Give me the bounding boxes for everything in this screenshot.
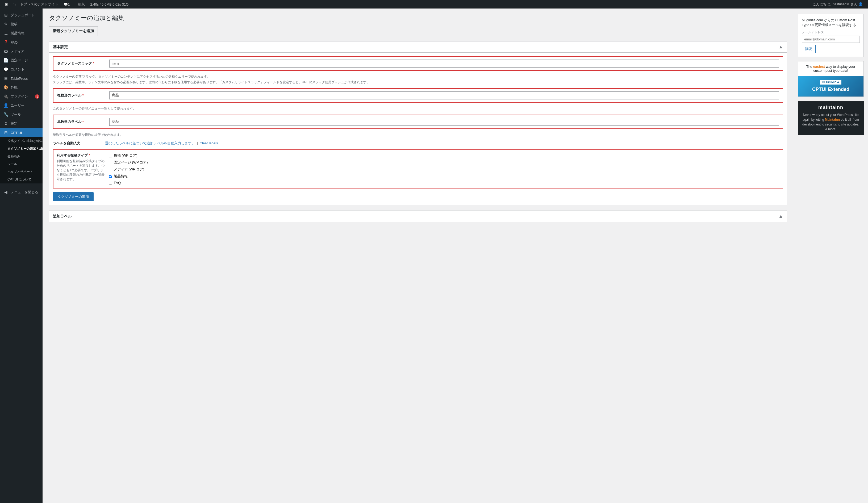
close-menu-icon: ◀ xyxy=(3,190,9,195)
tools-icon: 🔧 xyxy=(3,112,9,117)
additional-labels-box: 追加ラベル ▲ xyxy=(49,211,787,222)
checkbox-attachment-input[interactable] xyxy=(109,168,112,171)
tab-wrapper: 新規タクソノミーを追加 xyxy=(49,26,787,36)
submenu-help[interactable]: ヘルプとサポート xyxy=(0,168,43,176)
sidebar-item-users[interactable]: 👤 ユーザー xyxy=(0,101,43,110)
maintainn-logo: maintainn xyxy=(802,105,860,110)
sidebar-item-cptui[interactable]: ⊟ CPT UI xyxy=(0,128,43,137)
ad-easiest: easiest xyxy=(813,65,825,69)
email-input[interactable] xyxy=(802,35,860,43)
sidebar-item-appearance[interactable]: 🎨 外観 xyxy=(0,83,43,92)
post-types-section: 利用する投稿タイプ * 利用可能な登録済み投稿タイプのためのサポートを追加します… xyxy=(53,149,783,188)
clear-labels-link[interactable]: Clear labels xyxy=(200,141,218,145)
sidebar-item-plugins[interactable]: 🔌 プラグイン 1 xyxy=(0,92,43,101)
checkbox-page-input[interactable] xyxy=(109,161,112,164)
appearance-icon: 🎨 xyxy=(3,85,9,90)
plural-section: 複数形のラベル * xyxy=(53,88,783,103)
basic-settings-header: 基本設定 ▲ xyxy=(49,41,787,53)
checkbox-faq[interactable]: FAQ xyxy=(109,181,148,185)
sidebar-item-tablepress[interactable]: ⊞ TablePress xyxy=(0,74,43,83)
cptui-submenu: 投稿タイプの追加と編集 タクソノミーの追加と編集 登録済み ツール ヘルプとサポ… xyxy=(0,137,43,184)
admin-menu: ⊞ ダッシュボード ✎ 投稿 ☰ 製品情報 ❓ FAQ 🖼 メディア 📄 固定ペ… xyxy=(0,9,43,503)
basic-settings-content: タクソノミースラッグ * タクソノミーの名前/スラッグ。タクソノミーのコンテンツ… xyxy=(49,53,787,205)
checkbox-attachment[interactable]: メディア (WP コア) xyxy=(109,167,148,172)
cptui-extended-ad: The easiest way to display your custom p… xyxy=(798,61,864,97)
adminbar-new[interactable]: + 新規 xyxy=(72,0,87,9)
basic-settings-title: 基本設定 xyxy=(53,45,68,50)
sidebar-item-comments[interactable]: 💬 コメント xyxy=(0,65,43,74)
email-label: メールアドレス xyxy=(802,30,860,34)
comments-icon: 💬 xyxy=(3,67,9,72)
submenu-registered[interactable]: 登録済み xyxy=(0,153,43,160)
posts-icon: ✎ xyxy=(3,22,9,27)
ad-tagline-pre: The xyxy=(806,65,813,69)
plural-input-wrap xyxy=(109,92,779,99)
wp-logo[interactable]: ⊞ xyxy=(2,0,11,9)
submit-wrap: タクソノミーの追加 xyxy=(53,192,783,201)
toggle-additional-labels[interactable]: ▲ xyxy=(778,213,783,219)
sidebar-item-posts[interactable]: ✎ 投稿 xyxy=(0,20,43,29)
singular-desc: 単数形ラベルが必要な複数の場所で使われます。 xyxy=(53,133,783,137)
slug-input-wrap xyxy=(109,60,779,67)
ad-title: CPTUI Extended xyxy=(802,87,859,92)
plural-label-input[interactable] xyxy=(109,92,779,99)
subscribe-button[interactable]: 購読 xyxy=(802,45,816,53)
settings-icon: ⚙ xyxy=(3,121,9,126)
singular-label: 単数形のラベル * xyxy=(57,119,105,124)
post-types-label: 利用する投稿タイプ * 利用可能な登録済み投稿タイプのためのサポートを追加します… xyxy=(56,153,104,185)
sidebar-item-pages[interactable]: 📄 固定ページ xyxy=(0,56,43,65)
post-types-required: * xyxy=(89,154,90,157)
slug-required: * xyxy=(93,61,94,65)
cptui-icon: ⊟ xyxy=(3,130,9,135)
tab-add-taxonomy[interactable]: 新規タクソノミーを追加 xyxy=(49,26,98,36)
media-icon: 🖼 xyxy=(3,49,9,54)
sidebar-item-faq[interactable]: ❓ FAQ xyxy=(0,38,43,47)
toggle-basic-settings[interactable]: ▲ xyxy=(778,44,783,50)
checkbox-post-input[interactable] xyxy=(109,154,112,157)
adminbar-comments[interactable]: 💬 1 xyxy=(61,0,72,9)
faq-icon: ❓ xyxy=(3,40,9,45)
sidebar-item-dashboard[interactable]: ⊞ ダッシュボード xyxy=(0,11,43,20)
dashboard-icon: ⊞ xyxy=(3,13,9,18)
post-types-checkboxes: 投稿 (WP コア) 固定ページ (WP コア) メディア (WP コア) xyxy=(109,153,148,185)
users-icon: 👤 xyxy=(3,103,9,108)
singular-input-wrap xyxy=(109,118,779,126)
close-menu-button[interactable]: ◀ メニューを閉じる xyxy=(0,188,43,197)
singular-section: 単数形のラベル * xyxy=(53,115,783,129)
subscribe-title: pluginize.com からの Custom Post Type UI 更新… xyxy=(802,18,860,28)
additional-labels-header: 追加ラベル ▲ xyxy=(49,211,787,222)
plural-desc: このタクソノミーの管理メニュー一覧として使われます。 xyxy=(53,106,783,111)
sidebar-item-media[interactable]: 🖼 メディア xyxy=(0,47,43,56)
slug-desc-2: スラッグには、英数字、ラテン文字のみを含める必要があります。空白の代わりに下線を… xyxy=(53,80,783,85)
sidebar-item-tools[interactable]: 🔧 ツール xyxy=(0,110,43,119)
checkbox-faq-input[interactable] xyxy=(109,181,112,185)
auto-fill-label: ラベルを自動入力 xyxy=(53,141,101,146)
submenu-about[interactable]: CPT UI について xyxy=(0,176,43,184)
submenu-tools[interactable]: ツール xyxy=(0,160,43,168)
sidebar-item-products[interactable]: ☰ 製品情報 xyxy=(0,29,43,38)
auto-fill-link[interactable]: 選択したラベルに基づいて追加ラベルを自動入力します。 xyxy=(105,141,195,145)
plugins-icon: 🔌 xyxy=(3,94,9,99)
additional-labels-title: 追加ラベル xyxy=(53,214,72,219)
adminbar-site-name[interactable]: ワードプレスのテストサイト xyxy=(11,0,61,9)
checkbox-products-input[interactable] xyxy=(109,175,112,178)
checkbox-products[interactable]: 製品情報 xyxy=(109,174,148,179)
admin-bar: ⊞ ワードプレスのテストサイト 💬 1 + 新規 2.40s 45.6MB 0.… xyxy=(0,0,868,9)
sidebar-item-settings[interactable]: ⚙ 設定 xyxy=(0,119,43,128)
maintainn-desc: Never worry about your WordPress site ag… xyxy=(802,113,860,132)
ad-blue-section: PLUGINIZ ➡ CPTUI Extended xyxy=(798,76,864,96)
submenu-add-taxonomy[interactable]: タクソノミーの追加と編集 xyxy=(0,145,43,153)
taxonomy-slug-input[interactable] xyxy=(109,60,779,67)
slug-section: タクソノミースラッグ * xyxy=(53,56,783,71)
adminbar-perf: 2.40s 45.6MB 0.02s 31Q xyxy=(87,0,131,9)
tablepress-icon: ⊞ xyxy=(3,76,9,81)
checkbox-post[interactable]: 投稿 (WP コア) xyxy=(109,153,148,158)
checkbox-page[interactable]: 固定ページ (WP コア) xyxy=(109,160,148,165)
ad-badge: PLUGINIZ ➡ xyxy=(820,80,841,85)
maintainn-widget: maintainn Never worry about your WordPre… xyxy=(798,101,864,135)
singular-label-input[interactable] xyxy=(109,118,779,126)
post-types-desc: 利用可能な登録済み投稿タイプのためのサポートを追加します。少なくとも1つ必要です… xyxy=(56,159,104,181)
page-title: タクソノミーの追加と編集 xyxy=(49,14,787,22)
submenu-add-post-type[interactable]: 投稿タイプの追加と編集 xyxy=(0,137,43,145)
add-taxonomy-button[interactable]: タクソノミーの追加 xyxy=(53,192,94,201)
